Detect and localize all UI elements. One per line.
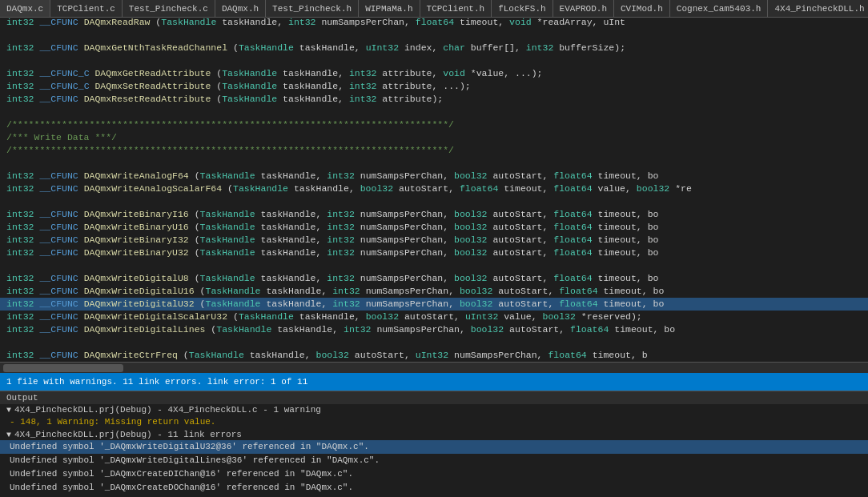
hscroll-thumb[interactable] <box>3 364 123 372</box>
code-line-content: int32 __CFUNC DAQmxWriteCtrFreq (TaskHan… <box>0 349 648 362</box>
code-line-content: int32 __CFUNC DAQmxWriteBinaryU16 (TaskH… <box>0 221 658 234</box>
tab-bar: DAQmx.cTCPClient.cTest_Pincheck.cDAQmx.h… <box>0 0 868 18</box>
tab-flockfs-h[interactable]: fLockFS.h <box>492 0 553 17</box>
list-item[interactable]: Undefined symbol '_DAQmxWriteDigitalLine… <box>0 454 868 467</box>
table-row: /***************************************… <box>0 118 868 131</box>
code-line-content: int32 __CFUNC DAQmxWriteBinaryU32 (TaskH… <box>0 246 658 259</box>
table-row: int32 __CFUNC DAQmxWriteBinaryU32 (TaskH… <box>0 246 868 259</box>
table-row: int32 __CFUNC DAQmxWriteDigitalU16 (Task… <box>0 285 868 298</box>
output-content: ▼4X4_PincheckDLL.prj(Debug) - 4X4_Pinche… <box>0 404 868 497</box>
table-row <box>0 106 868 118</box>
list-item[interactable]: Undefined symbol '_DAQmxCreateDIChan@16'… <box>0 467 868 481</box>
code-line-content: int32 __CFUNC DAQmxResetReadAttribute (T… <box>0 93 443 106</box>
table-row: int32 __CFUNC DAQmxWriteBinaryI16 (TaskH… <box>0 208 868 221</box>
code-line-content: /*** Write Data ***/ <box>0 131 117 144</box>
tab-cvimod-h[interactable]: CVIMod.h <box>614 0 670 17</box>
table-row: int32 __CFUNC DAQmxWriteBinaryI32 (TaskH… <box>0 234 868 246</box>
table-row <box>0 54 868 67</box>
table-row: int32 __CFUNC_C DAQmxSetReadAttribute (T… <box>0 80 868 93</box>
code-line-content: int32 __CFUNC DAQmxWriteBinaryI16 (TaskH… <box>0 208 658 221</box>
table-row: int32 __CFUNC DAQmxWriteAnalogF64 (TaskH… <box>0 170 868 182</box>
tab-tcpclient-c[interactable]: TCPClient.c <box>50 0 123 17</box>
tab-test-pincheck-h[interactable]: Test_Pincheck.h <box>266 0 359 17</box>
list-item[interactable]: - 148, 1 Warning: Missing return value. <box>0 415 868 429</box>
code-line-content: /***************************************… <box>0 144 454 157</box>
tab-wipmama-h[interactable]: WIPMaMa.h <box>359 0 420 17</box>
table-row <box>0 29 868 42</box>
tab-evaprod-h[interactable]: EVAPROD.h <box>553 0 614 17</box>
code-line-content: int32 __CFUNC DAQmxGetNthTaskReadChannel… <box>0 42 625 54</box>
code-line-content: int32 __CFUNC DAQmxWriteAnalogScalarF64 … <box>0 182 692 195</box>
code-line-content: int32 __CFUNC DAQmxWriteDigitalU8 (TaskH… <box>0 272 658 285</box>
table-row: int32 __CFUNC DAQmxWriteDigitalScalarU32… <box>0 311 868 323</box>
output-section[interactable]: ▼4X4_PincheckDLL.prj(Debug) - 4X4_Pinche… <box>0 404 868 415</box>
code-line-content: int32 __CFUNC DAQmxWriteDigitalScalarU32… <box>0 311 642 323</box>
table-row: int32 __CFUNC DAQmxWriteDigitalU8 (TaskH… <box>0 272 868 285</box>
code-line-content: int32 __CFUNC DAQmxWriteAnalogF64 (TaskH… <box>0 170 658 182</box>
status-text: 1 file with warnings. 11 link errors. li… <box>6 377 307 387</box>
table-row: /***************************************… <box>0 144 868 157</box>
table-row <box>0 259 868 272</box>
hscroll-area[interactable] <box>0 362 868 373</box>
tab-daqmx-c[interactable]: DAQmx.c <box>0 0 50 17</box>
code-line-content: int32 __CFUNC DAQmxWriteBinaryI32 (TaskH… <box>0 234 658 246</box>
table-row: int32 __CFUNC DAQmxWriteCtrFreq (TaskHan… <box>0 349 868 362</box>
tab-4x4-dll-h[interactable]: 4X4_PincheckDLL.h <box>768 0 868 17</box>
output-section[interactable]: ▼4X4_PincheckDLL.prj(Debug) - 11 link er… <box>0 429 868 440</box>
table-row <box>0 336 868 349</box>
table-row: int32 __CFUNC_C DAQmxGetReadAttribute (T… <box>0 67 868 80</box>
table-row <box>0 157 868 170</box>
table-row: int32 __CFUNC DAQmxWriteDigitalLines (Ta… <box>0 323 868 336</box>
table-row <box>0 195 868 208</box>
list-item[interactable]: Undefined symbol '_DAQmxCreateDOChan@16'… <box>0 481 868 495</box>
code-line-content: int32 __CFUNC DAQmxWriteDigitalU32 (Task… <box>0 298 664 311</box>
output-label: Output <box>6 393 38 403</box>
table-row: int32 __CFUNC DAQmxResetReadAttribute (T… <box>0 93 868 106</box>
table-row: int32 __CFUNC DAQmxGetNthTaskReadChannel… <box>0 42 868 54</box>
code-line-content: /***************************************… <box>0 118 454 131</box>
code-line-content: int32 __CFUNC_C DAQmxGetReadAttribute (T… <box>0 67 543 80</box>
code-area[interactable]: int32 __CFUNC DAQmxReadCounterScalarU32 … <box>0 18 868 362</box>
table-row: int32 __CFUNC DAQmxWriteAnalogScalarF64 … <box>0 182 868 195</box>
tab-tcpclient-h[interactable]: TCPClient.h <box>420 0 492 17</box>
code-line-content: int32 __CFUNC DAQmxWriteDigitalU16 (Task… <box>0 285 664 298</box>
table-row: int32 __CFUNC DAQmxWriteDigitalU32 (Task… <box>0 298 868 311</box>
table-row: int32 __CFUNC DAQmxWriteBinaryU16 (TaskH… <box>0 221 868 234</box>
code-line-content: int32 __CFUNC DAQmxReadRaw (TaskHandle t… <box>0 18 625 29</box>
table-row: int32 __CFUNC DAQmxReadRaw (TaskHandle t… <box>0 18 868 29</box>
code-line-content: int32 __CFUNC_C DAQmxSetReadAttribute (T… <box>0 80 471 93</box>
output-header: Output <box>0 391 868 404</box>
output-panel[interactable]: Output ▼4X4_PincheckDLL.prj(Debug) - 4X4… <box>0 391 868 497</box>
tab-daqmx-h[interactable]: DAQmx.h <box>215 0 266 17</box>
tab-test-pincheck-c[interactable]: Test_Pincheck.c <box>123 0 215 17</box>
table-row: /*** Write Data ***/ <box>0 131 868 144</box>
code-line-content: int32 __CFUNC DAQmxWriteDigitalLines (Ta… <box>0 323 675 336</box>
list-item[interactable]: Undefined symbol '_DAQmxWriteDigitalU32@… <box>0 440 868 454</box>
tab-cognex-h[interactable]: Cognex_Cam5403.h <box>670 0 769 17</box>
status-bar: 1 file with warnings. 11 link errors. li… <box>0 373 868 391</box>
